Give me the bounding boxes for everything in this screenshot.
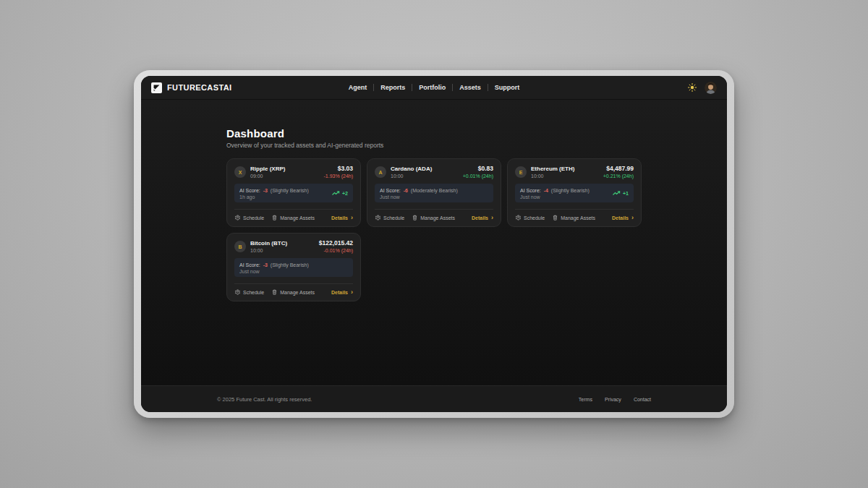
main-nav: Agent Reports Portfolio Assets Support [318, 84, 550, 91]
ai-score-panel: AI Score: -3 (Slightly Bearish) Just now [234, 258, 353, 277]
trending-up-icon [332, 191, 340, 196]
gear-icon [234, 215, 240, 221]
asset-name: Ripple (XRP) [250, 166, 285, 172]
asset-price: $122,015.42 [319, 240, 353, 247]
schedule-button[interactable]: Schedule [234, 215, 264, 221]
asset-badge: X [234, 166, 246, 178]
asset-card-ripple: X Ripple (XRP) 09:00 $3.03 -1.93% (24h) [226, 158, 361, 227]
asset-change: +0.01% (24h) [463, 174, 493, 179]
logo-icon [151, 82, 162, 93]
schedule-label: Schedule [524, 215, 545, 221]
manage-assets-label: Manage Assets [280, 215, 315, 221]
asset-name: Ethereum (ETH) [531, 166, 574, 172]
asset-card-bitcoin: B Bitcoin (BTC) 10:00 $122,015.42 -0.01%… [226, 233, 361, 301]
ai-score-value: -4 [544, 188, 548, 193]
trend-delta: +1 [623, 191, 629, 196]
trash-icon [272, 215, 277, 221]
schedule-button[interactable]: Schedule [375, 215, 404, 221]
page-title: Dashboard [226, 127, 642, 140]
ai-updated-ago: 1h ago [239, 194, 309, 200]
nav-item-agent[interactable]: Agent [349, 84, 367, 91]
asset-time: 10:00 [531, 174, 574, 179]
user-avatar[interactable] [705, 82, 717, 94]
details-button[interactable]: Details › [472, 215, 493, 221]
schedule-label: Schedule [243, 215, 264, 221]
ai-sentiment: (Slightly Bearish) [271, 188, 309, 193]
asset-price: $3.03 [324, 166, 353, 172]
footer-link-terms[interactable]: Terms [579, 397, 592, 402]
nav-separator [488, 84, 488, 91]
ai-sentiment: (Moderately Bearish) [411, 188, 458, 193]
ai-score-panel: AI Score: -3 (Slightly Bearish) 1h ago +… [234, 184, 353, 202]
nav-item-reports[interactable]: Reports [380, 84, 405, 91]
gear-icon [515, 215, 521, 221]
theme-toggle-sun-icon[interactable] [688, 83, 697, 92]
brand-logo[interactable]: FUTURECASTAI [151, 82, 318, 93]
schedule-label: Schedule [243, 290, 264, 295]
ai-score-label: AI Score: [239, 262, 260, 267]
brand-name: FUTURECASTAI [167, 83, 232, 92]
asset-badge: A [375, 166, 386, 178]
ai-sentiment: (Slightly Bearish) [271, 262, 309, 267]
trend-delta: +2 [342, 191, 348, 196]
ai-sentiment: (Slightly Bearish) [551, 188, 590, 193]
asset-change: +0.21% (24h) [603, 174, 634, 179]
details-label: Details [472, 215, 488, 221]
details-button[interactable]: Details › [612, 215, 634, 221]
ai-score-panel: AI Score: -6 (Moderately Bearish) Just n… [375, 184, 493, 202]
trend-indicator: +1 [613, 191, 629, 196]
asset-time: 09:00 [250, 174, 285, 179]
asset-time: 10:00 [250, 248, 287, 253]
details-label: Details [612, 215, 629, 221]
chevron-right-icon: › [351, 215, 353, 221]
manage-assets-button[interactable]: Manage Assets [412, 215, 455, 221]
gear-icon [375, 215, 380, 221]
manage-assets-button[interactable]: Manage Assets [272, 215, 315, 221]
nav-item-assets[interactable]: Assets [459, 84, 481, 91]
ai-score-value: -6 [404, 188, 408, 193]
top-navbar: FUTURECASTAI Agent Reports Portfolio Ass… [141, 76, 727, 100]
manage-assets-label: Manage Assets [420, 215, 455, 221]
ai-score-value: -3 [263, 262, 268, 267]
ai-score-value: -3 [263, 188, 268, 193]
chevron-right-icon: › [631, 215, 634, 221]
asset-badge: B [234, 241, 246, 252]
chevron-right-icon: › [491, 215, 493, 221]
asset-change: -0.01% (24h) [319, 248, 353, 253]
asset-card-grid: X Ripple (XRP) 09:00 $3.03 -1.93% (24h) [226, 158, 642, 301]
footer-link-privacy[interactable]: Privacy [605, 397, 621, 402]
nav-item-portfolio[interactable]: Portfolio [419, 84, 446, 91]
details-button[interactable]: Details › [331, 290, 353, 295]
details-button[interactable]: Details › [331, 215, 353, 221]
trash-icon [412, 215, 417, 221]
asset-card-ethereum: E Ethereum (ETH) 10:00 $4,487.99 +0.21% … [507, 158, 642, 227]
footer-link-contact[interactable]: Contact [634, 397, 651, 402]
topbar-right [550, 82, 717, 94]
asset-name: Cardano (ADA) [391, 166, 432, 172]
nav-item-support[interactable]: Support [495, 84, 520, 91]
asset-card-cardano: A Cardano (ADA) 10:00 $0.83 +0.01% (24h) [367, 158, 501, 227]
manage-assets-label: Manage Assets [561, 215, 595, 221]
app-screen: FUTURECASTAI Agent Reports Portfolio Ass… [141, 76, 727, 412]
trash-icon [553, 215, 558, 221]
ai-score-label: AI Score: [239, 188, 260, 193]
main-area: Dashboard Overview of your tracked asset… [141, 100, 727, 385]
schedule-label: Schedule [383, 215, 404, 221]
ai-score-label: AI Score: [520, 188, 541, 193]
manage-assets-button[interactable]: Manage Assets [272, 289, 315, 295]
copyright-text: © 2025 Future Cast. All rights reserved. [217, 396, 312, 403]
footer-bar: © 2025 Future Cast. All rights reserved.… [141, 385, 727, 412]
manage-assets-label: Manage Assets [280, 290, 315, 295]
asset-name: Bitcoin (BTC) [250, 240, 287, 247]
asset-time: 10:00 [391, 174, 432, 179]
gear-icon [234, 289, 240, 295]
schedule-button[interactable]: Schedule [234, 289, 264, 295]
trash-icon [272, 289, 277, 295]
nav-separator [373, 84, 374, 91]
asset-price: $0.83 [463, 166, 493, 172]
details-label: Details [331, 215, 348, 221]
manage-assets-button[interactable]: Manage Assets [553, 215, 595, 221]
schedule-button[interactable]: Schedule [515, 215, 545, 221]
device-frame: FUTURECASTAI Agent Reports Portfolio Ass… [134, 70, 734, 418]
ai-updated-ago: Just now [520, 194, 590, 200]
